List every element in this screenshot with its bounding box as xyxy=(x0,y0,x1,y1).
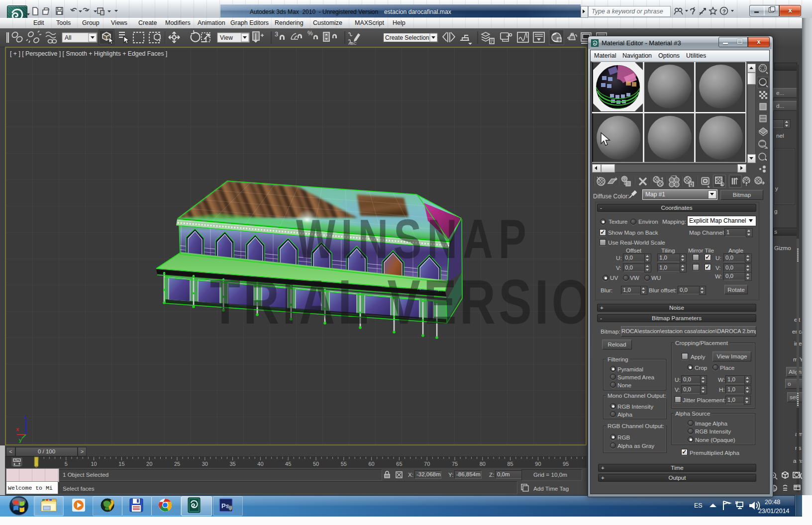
svg-text:70: 70 xyxy=(424,461,430,467)
svg-text:10: 10 xyxy=(91,461,97,467)
svg-text:90: 90 xyxy=(535,461,541,467)
svg-text:30: 30 xyxy=(202,461,208,467)
svg-text:z: z xyxy=(24,413,27,419)
svg-text:?: ? xyxy=(722,8,726,14)
svg-text:85: 85 xyxy=(507,461,513,467)
svg-text:65: 65 xyxy=(396,461,402,467)
svg-text:20: 20 xyxy=(146,461,152,467)
svg-text:%: % xyxy=(307,30,313,37)
svg-text:y: y xyxy=(19,437,22,443)
svg-text:35: 35 xyxy=(229,461,235,467)
svg-text:0: 0 xyxy=(35,462,38,468)
svg-text:60: 60 xyxy=(368,461,374,467)
svg-text:x: x xyxy=(16,426,19,432)
svg-text:45: 45 xyxy=(285,461,291,467)
svg-text:All: All xyxy=(65,34,71,41)
svg-text:80: 80 xyxy=(480,461,486,467)
svg-text:75: 75 xyxy=(452,461,458,467)
svg-text:3: 3 xyxy=(275,30,278,38)
svg-text:View: View xyxy=(220,34,233,41)
svg-text:15: 15 xyxy=(118,461,124,467)
svg-text:95: 95 xyxy=(563,461,569,467)
svg-text:25: 25 xyxy=(174,461,180,467)
svg-text:Ps: Ps xyxy=(221,502,229,510)
svg-text:40: 40 xyxy=(257,461,263,467)
svg-text:5: 5 xyxy=(65,461,68,467)
svg-text:ABC: ABC xyxy=(348,41,357,46)
svg-text:55: 55 xyxy=(341,461,347,467)
svg-text:50: 50 xyxy=(313,461,319,467)
